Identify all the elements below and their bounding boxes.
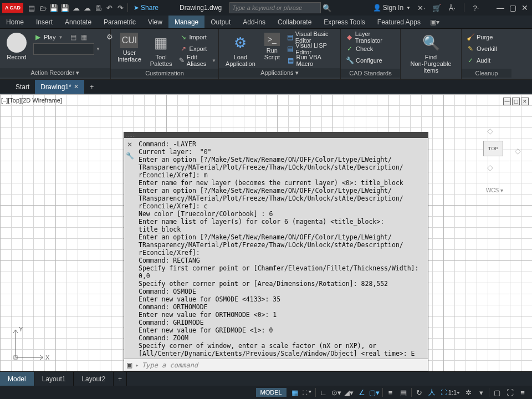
lisp-editor-button[interactable]: ▤Visual LISP Editor: [285, 43, 337, 54]
command-input[interactable]: Type a command: [142, 361, 426, 369]
sb-custom-icon[interactable]: ≡: [516, 387, 529, 398]
tab-view[interactable]: View: [142, 16, 168, 28]
cmd-close-icon[interactable]: ✕: [127, 141, 132, 149]
tab-annotate[interactable]: Annotate: [59, 16, 98, 28]
palettes-button[interactable]: ▦Tool Palettes: [147, 32, 176, 68]
help-search-input[interactable]: Type a keyword or phrase: [229, 2, 321, 13]
vba-macro-button[interactable]: ▤Run VBA Macro: [285, 55, 337, 66]
aliases-button[interactable]: ✎Edit Aliases▼: [178, 55, 217, 66]
run-script-button[interactable]: >_Run Script: [261, 32, 283, 62]
sb-cycle-icon[interactable]: ↻: [413, 387, 426, 398]
find-nonpurgeable-button[interactable]: 🔍Find Non-Purgeable Items: [404, 32, 458, 75]
sb-qp-icon[interactable]: ▾: [475, 387, 487, 398]
vb-editor-button[interactable]: ▤Visual Basic Editor: [285, 32, 337, 43]
cube-e-icon[interactable]: ◇: [515, 146, 521, 155]
sb-max-icon[interactable]: ⛶: [504, 387, 516, 398]
sb-lwt-icon[interactable]: ≡: [385, 387, 397, 398]
vp-min-icon[interactable]: —: [503, 98, 511, 105]
load-app-button[interactable]: ⚙Load Application: [222, 32, 259, 68]
sb-snap-icon[interactable]: ⸬▾: [301, 387, 314, 398]
help-icon[interactable]: ?·: [471, 3, 481, 13]
play-opt1-icon[interactable]: ▤: [69, 33, 78, 42]
sb-polar-icon[interactable]: ⊙▾: [330, 387, 342, 398]
app-logo[interactable]: A CAD: [2, 3, 23, 13]
sb-transp-icon[interactable]: ▤: [397, 387, 410, 398]
audit-button[interactable]: ✓Audit: [465, 55, 498, 66]
drawing-tab[interactable]: Drawing1*✕: [35, 80, 84, 94]
save-icon[interactable]: 💾: [49, 3, 59, 13]
tab-parametric[interactable]: Parametric: [98, 16, 142, 28]
sb-iso-icon[interactable]: ◢▾: [343, 387, 355, 398]
close-button[interactable]: ✕: [520, 3, 530, 13]
check-button[interactable]: ✓Check: [344, 43, 397, 54]
macro-dropdown[interactable]: [33, 43, 94, 55]
tab-extra-icon[interactable]: ▣▾: [427, 16, 443, 28]
tab-featured[interactable]: Featured Apps: [371, 16, 427, 28]
layout-2[interactable]: Layout2: [74, 372, 114, 386]
vp-close-icon[interactable]: ✕: [521, 98, 529, 105]
tab-output[interactable]: Output: [204, 16, 237, 28]
restore-button[interactable]: ▢: [508, 3, 518, 13]
tab-manage[interactable]: Manage: [168, 16, 204, 28]
drawing-canvas[interactable]: [–][Top][2D Wireframe] — ▢ ✕ ◇ ◇ TOP ◇ W…: [0, 94, 532, 371]
layout-model[interactable]: Model: [0, 372, 34, 386]
layer-translator-button[interactable]: ◆Layer Translator: [344, 32, 397, 43]
tab-home[interactable]: Home: [0, 16, 30, 28]
layer-icon: ◆: [345, 33, 354, 42]
viewport-label[interactable]: [–][Top][2D Wireframe]: [0, 96, 63, 104]
new-icon[interactable]: ▤: [27, 3, 37, 13]
panel-applications[interactable]: Applications ▾: [219, 68, 340, 78]
command-window[interactable]: :::::: ✕🔧 Command: -LAYER Current layer:…: [124, 132, 428, 371]
wrench-icon: 🔧: [345, 56, 354, 65]
overkill-button[interactable]: ✎Overkill: [465, 43, 498, 54]
cui-button[interactable]: CUIUser Interface: [114, 32, 145, 64]
open-icon[interactable]: 🗁: [38, 3, 48, 13]
exchange-icon[interactable]: ✕·: [416, 3, 426, 13]
close-tab-icon[interactable]: ✕: [74, 83, 79, 90]
configure-button[interactable]: 🔧Configure: [344, 55, 397, 66]
cmd-options-icon[interactable]: 🔧: [126, 152, 134, 160]
sb-gear-icon[interactable]: ✲: [462, 387, 474, 398]
tab-addins[interactable]: Add-ins: [237, 16, 272, 28]
account-icon[interactable]: Å·: [447, 3, 457, 13]
tab-collaborate[interactable]: Collaborate: [272, 16, 318, 28]
sb-annoscale-icon[interactable]: 人: [426, 387, 438, 398]
tab-express[interactable]: Express Tools: [318, 16, 371, 28]
web-save-icon[interactable]: ☁: [82, 3, 92, 13]
undo-icon[interactable]: ↶: [104, 3, 114, 13]
wcs-label[interactable]: WCS ▾: [486, 187, 503, 193]
redo-icon[interactable]: ↷: [115, 3, 125, 13]
share-button[interactable]: ➤Share: [134, 4, 158, 12]
cube-s-icon[interactable]: ◇: [487, 163, 493, 172]
record-button[interactable]: Record: [3, 32, 30, 62]
sb-ortho-icon[interactable]: ∟: [318, 387, 330, 398]
sb-ws-icon[interactable]: ▢: [491, 387, 503, 398]
sb-modelspace[interactable]: MODEL: [256, 388, 287, 397]
grip-icon[interactable]: ::::::: [126, 134, 136, 137]
layout-1[interactable]: Layout1: [34, 372, 74, 386]
new-tab-button[interactable]: +: [85, 80, 99, 94]
signin-button[interactable]: 👤Sign In▼: [373, 4, 411, 12]
cart-icon[interactable]: 🛒: [432, 3, 442, 13]
play-button[interactable]: ▶Play▼▤▦: [32, 32, 101, 43]
saveas-icon[interactable]: 💾: [60, 3, 70, 13]
start-tab[interactable]: Start: [10, 80, 35, 94]
cube-n-icon[interactable]: ◇: [487, 126, 493, 135]
sb-grid-icon[interactable]: ▦: [289, 387, 301, 398]
sb-osnap-icon[interactable]: ▢▾: [369, 387, 381, 398]
purge-button[interactable]: 🧹Purge: [465, 32, 498, 43]
export-button[interactable]: ↗Export: [178, 43, 217, 54]
sb-scale[interactable]: ⛶ 1:1▾: [439, 389, 462, 396]
sb-otrack-icon[interactable]: ∠: [356, 387, 368, 398]
layout-add[interactable]: +: [114, 372, 127, 386]
search-icon[interactable]: 🔍: [322, 3, 332, 13]
vp-max-icon[interactable]: ▢: [512, 98, 520, 105]
minimize-button[interactable]: —: [495, 3, 505, 13]
play-opt2-icon[interactable]: ▦: [79, 33, 88, 42]
tab-insert[interactable]: Insert: [30, 16, 59, 28]
web-open-icon[interactable]: ☁: [71, 3, 81, 13]
panel-action-recorder[interactable]: Action Recorder ▾: [0, 68, 110, 78]
plot-icon[interactable]: 🖶: [93, 3, 103, 13]
import-button[interactable]: ↘Import: [178, 32, 217, 43]
viewcube-top[interactable]: TOP: [483, 141, 503, 156]
